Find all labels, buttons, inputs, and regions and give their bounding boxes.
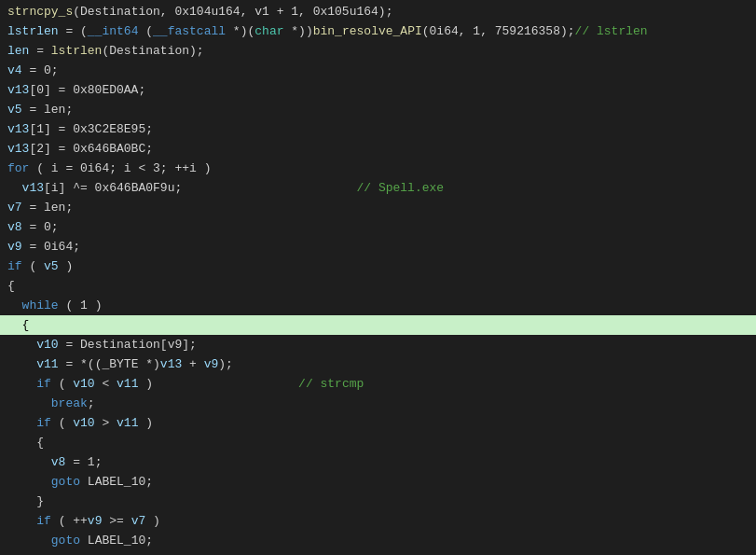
code-line: } bbox=[0, 492, 756, 511]
code-line: v8 = 0; bbox=[0, 217, 756, 237]
code-line: strncpy_s(Destination, 0x104u164, v1 + 1… bbox=[0, 2, 756, 21]
code-token bbox=[7, 377, 36, 391]
code-token: v10 bbox=[73, 377, 94, 391]
code-token bbox=[7, 534, 51, 548]
code-token bbox=[7, 475, 51, 489]
code-token bbox=[7, 181, 22, 195]
code-token: ( bbox=[22, 259, 44, 273]
code-token: LABEL_10; bbox=[80, 534, 153, 548]
code-token: ( bbox=[51, 416, 73, 430]
code-token: if bbox=[36, 514, 51, 528]
code-token: v13 bbox=[160, 357, 182, 371]
code-token: goto bbox=[51, 534, 80, 548]
code-token: >= bbox=[102, 514, 131, 528]
code-token: + bbox=[182, 357, 203, 371]
code-token: ); bbox=[218, 357, 233, 371]
code-token: ( i = 0i64; i < 3; ++i ) bbox=[29, 161, 211, 175]
code-token: } bbox=[7, 494, 44, 508]
code-token: > bbox=[95, 416, 117, 430]
code-token: lstrlen bbox=[51, 44, 103, 58]
code-token: __int64 bbox=[88, 24, 139, 38]
code-line: for ( i = 0i64; i < 3; ++i ) bbox=[0, 159, 756, 178]
code-line: lstrlen = (__int64 (__fastcall *)(char *… bbox=[0, 21, 756, 41]
code-token: = ( bbox=[59, 24, 88, 38]
code-token bbox=[7, 338, 36, 352]
code-token: // strcmp bbox=[298, 377, 364, 391]
code-token: < bbox=[95, 377, 117, 391]
code-line: v11 = *((_BYTE *)v13 + v9); bbox=[0, 354, 756, 374]
code-token: v13 bbox=[7, 83, 29, 97]
code-token: [2] = 0x646BA0BC; bbox=[29, 142, 153, 156]
code-token: goto bbox=[51, 475, 80, 489]
code-token bbox=[7, 357, 36, 371]
code-token: ; bbox=[88, 396, 95, 410]
code-token: // lstrlen bbox=[575, 24, 648, 38]
code-token: v10 bbox=[36, 338, 58, 352]
code-token: *)) bbox=[284, 24, 313, 38]
code-token: char bbox=[254, 24, 283, 38]
code-line: goto LABEL_10; bbox=[0, 531, 756, 550]
code-line: { bbox=[0, 276, 756, 296]
code-token: (Destination, 0x104u164, v1 + 1, 0x105u1… bbox=[73, 5, 392, 19]
code-token: // Spell.exe bbox=[356, 181, 444, 195]
code-line: if ( v10 > v11 ) bbox=[0, 413, 756, 433]
code-token: ( bbox=[51, 377, 73, 391]
code-token: (Destination); bbox=[102, 44, 203, 58]
code-token: lstrlen bbox=[7, 24, 59, 38]
code-token bbox=[7, 298, 22, 312]
code-token: { bbox=[7, 279, 15, 293]
code-line: v13[1] = 0x3C2E8E95; bbox=[0, 119, 756, 139]
code-token: len bbox=[7, 44, 29, 58]
code-token: __fastcall bbox=[153, 24, 226, 38]
code-token: ( ++ bbox=[51, 514, 88, 528]
code-token: ( 1 ) bbox=[59, 298, 103, 312]
code-line: if ( v5 ) bbox=[0, 257, 756, 276]
code-line: v7 = len; bbox=[0, 198, 756, 217]
code-token: [1] = 0x3C2E8E95; bbox=[29, 122, 153, 136]
code-token: v4 bbox=[7, 63, 22, 77]
code-token: if bbox=[36, 416, 51, 430]
code-token: = 1; bbox=[65, 455, 102, 469]
code-token: while bbox=[22, 298, 59, 312]
code-token: v13 bbox=[22, 181, 44, 195]
code-token: ) bbox=[145, 514, 160, 528]
code-token: if bbox=[36, 377, 51, 391]
code-line: v13[i] ^= 0x646BA0F9u; // Spell.exe bbox=[0, 178, 756, 198]
code-line: len = lstrlen(Destination); bbox=[0, 41, 756, 61]
code-token: (0i64, 1, 759216358); bbox=[422, 24, 575, 38]
code-token bbox=[7, 514, 36, 528]
code-token: v13 bbox=[7, 142, 29, 156]
code-line: v5 = len; bbox=[0, 100, 756, 119]
code-token bbox=[7, 455, 51, 469]
code-token: v8 bbox=[51, 455, 66, 469]
code-line: break; bbox=[0, 394, 756, 413]
code-token: v5 bbox=[44, 259, 59, 273]
code-line: if ( ++v9 >= v7 ) bbox=[0, 511, 756, 531]
code-token: bin_resolve_API bbox=[313, 24, 422, 38]
code-token: = 0; bbox=[22, 220, 59, 234]
code-token: v11 bbox=[117, 416, 138, 430]
code-token: = 0i64; bbox=[22, 240, 80, 254]
code-line: v10 = Destination[v9]; bbox=[0, 335, 756, 354]
code-token: v7 bbox=[7, 201, 22, 215]
code-token: LABEL_10; bbox=[80, 475, 153, 489]
code-line: { bbox=[0, 433, 756, 452]
code-token: = 0; bbox=[22, 63, 59, 77]
code-line: v13[0] = 0x80ED0AA; bbox=[0, 80, 756, 100]
code-token: ) bbox=[138, 377, 298, 391]
code-container: strncpy_s(Destination, 0x104u164, v1 + 1… bbox=[0, 0, 756, 555]
code-token: v8 bbox=[7, 220, 22, 234]
code-line: while ( 1 ) bbox=[0, 296, 756, 315]
code-token: v9 bbox=[7, 240, 22, 254]
code-token: for bbox=[7, 161, 29, 175]
code-token: ) bbox=[59, 259, 74, 273]
code-line: goto LABEL_10; bbox=[0, 472, 756, 492]
code-token bbox=[7, 396, 51, 410]
code-token: = bbox=[29, 44, 50, 58]
code-token: [0] = 0x80ED0AA; bbox=[29, 83, 145, 97]
code-token: = Destination[v9]; bbox=[59, 338, 197, 352]
code-token: v13 bbox=[7, 122, 29, 136]
code-line: if ( v10 < v11 ) // strcmp bbox=[0, 374, 756, 394]
code-token: ) bbox=[138, 416, 153, 430]
code-token: v9 bbox=[88, 514, 103, 528]
